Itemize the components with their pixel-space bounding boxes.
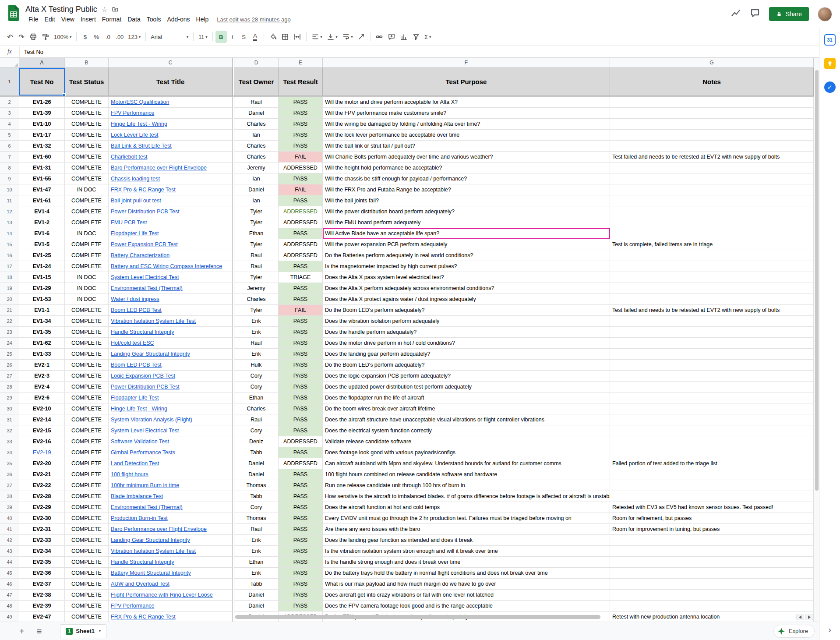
cell-F34[interactable]: Does footage look good with various payl… [323, 447, 610, 458]
cell-G34[interactable] [610, 447, 814, 458]
keep-icon[interactable] [824, 58, 836, 69]
cell-B31[interactable]: COMPLETE [65, 414, 109, 425]
cell-F35[interactable]: Can aircraft autoland with Mpro and skyv… [323, 458, 610, 469]
cell-C25[interactable]: Landing Gear Structural Integrity [109, 349, 233, 360]
cell-B34[interactable]: COMPLETE [65, 447, 109, 458]
cell-C49[interactable]: FRX Pro & RC Range Test [109, 612, 233, 622]
cell-F12[interactable]: Will the power distribution board perfor… [323, 206, 610, 217]
cell-F9[interactable]: Will the chassis be stiff enough for pay… [323, 173, 610, 184]
cell-C13[interactable]: FMU PCB Test [109, 217, 233, 228]
column-header-C[interactable]: C [109, 58, 233, 68]
cell-C46[interactable]: AUW and Overload Test [109, 579, 233, 590]
font-size-select[interactable]: 11▾ [196, 31, 210, 43]
cell-B18[interactable]: IN DOC [65, 272, 109, 283]
cell-B28[interactable]: COMPLETE [65, 382, 109, 392]
row-header-1[interactable]: 1 [0, 68, 19, 95]
row-header-5[interactable]: 5 [0, 130, 19, 141]
cell-B15[interactable]: COMPLETE [65, 239, 109, 250]
cell-D29[interactable]: Ethan [234, 392, 279, 403]
format-currency-button[interactable]: $ [79, 31, 91, 43]
cell-E41[interactable]: PASS [279, 524, 323, 535]
cell-G24[interactable] [610, 338, 814, 349]
header-cell-A1[interactable]: Test No [19, 68, 65, 95]
row-header-42[interactable]: 42 [0, 535, 19, 546]
cell-G18[interactable] [610, 272, 814, 283]
header-cell-F1[interactable]: Test Purpose [323, 68, 610, 95]
cell-E40[interactable]: PASS [279, 513, 323, 524]
cell-F33[interactable]: Validate release candidate software [323, 436, 610, 447]
row-header-22[interactable]: 22 [0, 316, 19, 327]
menu-view[interactable]: View [58, 15, 78, 23]
cell-G16[interactable] [610, 250, 814, 261]
number-format-button[interactable]: 123▾ [126, 31, 143, 43]
cell-A38[interactable]: EV2-28 [19, 491, 65, 502]
cell-C32[interactable]: System Level Electrical Test [109, 425, 233, 436]
cell-B33[interactable]: COMPLETE [65, 436, 109, 447]
cell-D22[interactable]: Erik [234, 316, 279, 327]
cell-E18[interactable]: TRIAGE [279, 272, 323, 283]
cell-F44[interactable]: Is the handle strong enough and does it … [323, 557, 610, 568]
cell-G47[interactable] [610, 590, 814, 601]
document-title[interactable]: Alta X Testing Public [25, 5, 97, 14]
cell-F31[interactable]: Does the aircraft structure have unaccep… [323, 414, 610, 425]
cell-A16[interactable]: EV1-25 [19, 250, 65, 261]
cell-A44[interactable]: EV2-35 [19, 557, 65, 568]
cell-E30[interactable]: PASS [279, 403, 323, 414]
menu-add-ons[interactable]: Add-ons [164, 15, 193, 23]
row-header-7[interactable]: 7 [0, 152, 19, 163]
cell-A20[interactable]: EV1-53 [19, 294, 65, 305]
row-header-35[interactable]: 35 [0, 458, 19, 469]
row-header-31[interactable]: 31 [0, 414, 19, 425]
cell-F14[interactable]: Will Active Blade have an acceptable lif… [323, 228, 610, 239]
calendar-icon[interactable]: 31 [824, 34, 836, 46]
cell-F18[interactable]: Does the Alta X pass system level electr… [323, 272, 610, 283]
cell-E16[interactable]: ADDRESSED [279, 250, 323, 261]
explore-button[interactable]: Explore [773, 625, 815, 638]
cell-F29[interactable]: Does the flopdapter run the life of airc… [323, 392, 610, 403]
cell-C29[interactable]: Flopdapter Life Test [109, 392, 233, 403]
cell-C22[interactable]: Vibration Isolation System Life Test [109, 316, 233, 327]
cell-A49[interactable]: EV2-47 [19, 612, 65, 622]
cell-G29[interactable] [610, 392, 814, 403]
cell-E35[interactable]: ADDRESSED [279, 458, 323, 469]
cell-B42[interactable]: COMPLETE [65, 535, 109, 546]
cell-F47[interactable]: Does aircraft get into crazy vibrations … [323, 590, 610, 601]
cell-C18[interactable]: System Level Electrical Test [109, 272, 233, 283]
cell-D38[interactable]: Tabb [234, 491, 279, 502]
cell-F17[interactable]: Is the magnetometer impacted by high cur… [323, 261, 610, 272]
cell-F42[interactable]: Does the landing gear function as intend… [323, 535, 610, 546]
cell-A2[interactable]: EV1-26 [19, 97, 65, 108]
bold-button[interactable]: B [215, 31, 227, 43]
font-family-select[interactable]: Arial▾ [148, 31, 191, 43]
cell-D45[interactable]: Erik [234, 568, 279, 579]
horizontal-align-button[interactable]: ▾ [309, 31, 325, 43]
cell-A25[interactable]: EV1-33 [19, 349, 65, 360]
cell-F39[interactable]: Does the aircraft function at hot and co… [323, 502, 610, 513]
cell-G13[interactable] [610, 217, 814, 228]
cell-A32[interactable]: EV2-15 [19, 425, 65, 436]
cell-E42[interactable]: PASS [279, 535, 323, 546]
cell-B43[interactable]: COMPLETE [65, 546, 109, 557]
cell-A14[interactable]: EV1-6 [19, 228, 65, 239]
cell-A29[interactable]: EV2-6 [19, 392, 65, 403]
cell-D40[interactable]: Thomas [234, 513, 279, 524]
cell-F13[interactable]: Will the FMU board perform adequately [323, 217, 610, 228]
cell-B39[interactable]: COMPLETE [65, 502, 109, 513]
cell-G46[interactable] [610, 579, 814, 590]
cell-A40[interactable]: EV2-30 [19, 513, 65, 524]
cell-C31[interactable]: System Vibration Analysis (Flight) [109, 414, 233, 425]
cell-B2[interactable]: COMPLETE [65, 97, 109, 108]
cell-D46[interactable]: Tabb [234, 579, 279, 590]
cell-G3[interactable] [610, 108, 814, 119]
cell-C21[interactable]: Boom LED PCB Test [109, 305, 233, 316]
insights-icon[interactable] [731, 8, 741, 20]
last-edit-link[interactable]: Last edit was 28 minutes ago [217, 16, 290, 23]
insert-chart-button[interactable] [398, 31, 410, 43]
cell-F38[interactable]: How senstive is the aircraft to imbalanc… [323, 491, 610, 502]
cell-E45[interactable]: PASS [279, 568, 323, 579]
cell-D42[interactable]: Erik [234, 535, 279, 546]
cell-D24[interactable]: Raul [234, 338, 279, 349]
cell-B8[interactable]: COMPLETE [65, 163, 109, 173]
zoom-select[interactable]: 100%▾ [52, 31, 74, 43]
cell-G30[interactable] [610, 403, 814, 414]
